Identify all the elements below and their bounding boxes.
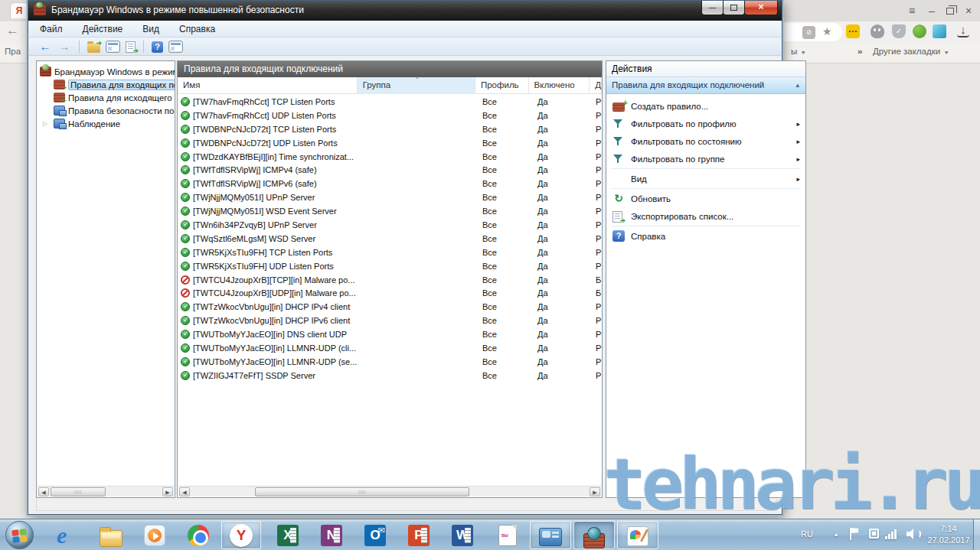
extension-ghostery-icon[interactable]: [871, 24, 884, 38]
scroll-right-icon[interactable]: ▶: [162, 487, 173, 496]
network-signal-icon[interactable]: [885, 529, 899, 539]
action-item-3[interactable]: Фильтровать по группе▸: [606, 150, 805, 168]
taskbar-explorer-button[interactable]: [91, 521, 131, 549]
minimize-button[interactable]: —: [701, 1, 724, 15]
bookmark-folder-partial[interactable]: ы▼: [791, 47, 806, 56]
taskbar-paint-button[interactable]: [617, 521, 658, 549]
console-tree-toggle-icon[interactable]: [106, 41, 120, 53]
rule-row[interactable]: [TWDBNPcNJcD72t] UDP Listen PortsВсеДаР: [178, 136, 602, 150]
bookmarks-overflow-icon[interactable]: »: [858, 47, 862, 56]
help-icon[interactable]: ?: [152, 41, 163, 53]
other-bookmarks-button[interactable]: Другие закладки▼: [873, 47, 949, 56]
rule-row[interactable]: [TWZIIGJ4T7eFfT] SSDP ServerВсеДаР: [178, 369, 602, 382]
rule-row[interactable]: [TWDzdKAYBfBEjI][in] Time synchronizat..…: [178, 150, 602, 164]
rule-row[interactable]: [TWTzWkocVbnUgu][in] DHCP IPv4 clientВсе…: [178, 300, 602, 314]
site-badge-icon[interactable]: ⊘: [802, 26, 815, 39]
tree-item-2[interactable]: Правила безопасности по: [37, 104, 175, 117]
actions-group-header[interactable]: Правила для входящих подключений ▴: [606, 77, 805, 94]
rule-row[interactable]: [TWUTboMyYJacEO][in] LLMNR-UDP (se...Все…: [178, 355, 602, 369]
rule-row[interactable]: [TWUTboMyYJacEO][in] LLMNR-UDP (cli...Вс…: [178, 341, 602, 355]
collapse-icon[interactable]: ▴: [795, 81, 799, 89]
forward-icon[interactable]: →: [57, 41, 71, 53]
title-bar[interactable]: Брандмауэр Windows в режиме повышенной б…: [28, 1, 782, 21]
bookmark-star-icon[interactable]: ★: [822, 25, 832, 37]
browser-restore-button[interactable]: [946, 8, 954, 15]
rule-row[interactable]: [TWR5KjXsTIu9FH] UDP Listen PortsВсеДаР: [178, 259, 602, 273]
menu-item-3[interactable]: Справка: [179, 24, 215, 34]
extension-adblock-icon[interactable]: [846, 24, 860, 38]
taskbar-ie-button[interactable]: e: [47, 521, 87, 549]
start-button[interactable]: [5, 521, 34, 549]
tree-root-firewall[interactable]: Брандмауэр Windows в режим: [37, 65, 175, 78]
menu-item-2[interactable]: Вид: [142, 24, 159, 34]
scroll-left-icon[interactable]: ◀: [38, 487, 49, 496]
export-list-icon[interactable]: [126, 41, 136, 53]
column-header-enabled[interactable]: Включено: [529, 77, 590, 94]
expand-icon[interactable]: ▷: [43, 120, 51, 127]
browser-back-icon[interactable]: ←: [6, 23, 19, 38]
rule-row[interactable]: [TWjNjjMQMy051I] WSD Event ServerВсеДаР: [178, 204, 602, 218]
rule-row[interactable]: [TW7havFmqRhCct] TCP Listen PortsВсеДаР: [178, 95, 602, 109]
browser-close-button[interactable]: ×: [960, 5, 977, 17]
column-header-action[interactable]: Д: [590, 77, 602, 94]
back-icon[interactable]: ←: [38, 41, 52, 53]
tree-horizontal-scrollbar[interactable]: ◀ ▶: [38, 486, 174, 496]
action-item-2[interactable]: Фильтровать по состоянию▸: [606, 132, 805, 150]
clock[interactable]: 7:14 27.02.2017: [925, 523, 972, 546]
rule-row[interactable]: [TWTCU4JzoupXrB][TCP][in] Malware po...В…: [178, 273, 602, 287]
taskbar-onenote-button[interactable]: N: [312, 521, 351, 549]
column-header-group[interactable]: ˆ Группа: [358, 77, 475, 94]
menu-item-1[interactable]: Действие: [83, 24, 123, 34]
rule-row[interactable]: [TWjNjjMQMy051I] UPnP ServerВсеДаР: [178, 190, 602, 204]
rule-row[interactable]: [TWqSztl6eMLgsM] WSD ServerВсеДаР: [178, 232, 602, 246]
browser-tab-yandex[interactable]: Я: [10, 2, 28, 18]
rule-row[interactable]: [TWfTdflSRVipWj] ICMPv4 (safe)ВсеДаР: [178, 163, 602, 177]
action-item-1[interactable]: Фильтровать по профилю▸: [606, 115, 805, 132]
list-horizontal-scrollbar[interactable]: ◀ ▶: [178, 486, 601, 496]
action-item-5[interactable]: ↻Обновить: [606, 190, 805, 207]
extension-shield-icon[interactable]: ✓: [892, 24, 906, 38]
hidden-icons-button[interactable]: ▴: [835, 531, 838, 538]
language-indicator[interactable]: RU: [801, 529, 813, 539]
rule-row[interactable]: [TW7havFmqRhCct] UDP Listen PortsВсеДаР: [178, 109, 602, 122]
action-center-flag-icon[interactable]: [850, 528, 859, 540]
scrollbar-thumb[interactable]: [51, 487, 106, 496]
volume-icon[interactable]: [906, 529, 922, 539]
action-item-7[interactable]: ?Справка: [606, 227, 805, 245]
action-pane-toggle-icon[interactable]: [168, 41, 183, 53]
taskbar-display-settings-button[interactable]: [530, 521, 571, 549]
rule-row[interactable]: [TWTzWkocVbnUgu][in] DHCP IPv6 clientВсе…: [178, 314, 602, 327]
action-item-0[interactable]: Создать правило...: [606, 97, 805, 115]
browser-menu-icon[interactable]: ≡: [903, 5, 920, 17]
taskbar-chrome-button[interactable]: [178, 521, 218, 549]
taskbar-media-player-button[interactable]: [135, 521, 175, 549]
rule-row[interactable]: [TWfTdflSRVipWj] ICMPv6 (safe)ВсеДаР: [178, 177, 602, 190]
tree-item-0[interactable]: Правила для входящих под: [37, 78, 175, 91]
downloads-icon[interactable]: ↓: [957, 23, 969, 37]
taskbar-document-button[interactable]: [488, 521, 528, 549]
taskbar-powerpoint-button[interactable]: P: [399, 521, 439, 549]
rule-row[interactable]: [TWTCU4JzoupXrB][UDP][in] Malware po...В…: [178, 286, 602, 300]
scroll-left-icon[interactable]: ◀: [179, 487, 190, 496]
menu-item-0[interactable]: Файл: [40, 24, 63, 34]
rule-row[interactable]: [TWDBNPcNJcD72t] TCP Listen PortsВсеДаР: [178, 122, 602, 136]
taskbar-excel-button[interactable]: X: [268, 521, 308, 549]
extension-cube-icon[interactable]: [933, 24, 946, 38]
browser-minimize-button[interactable]: –: [923, 5, 940, 17]
tree-item-1[interactable]: Правила для исходящего п: [37, 91, 175, 104]
address-bar-end[interactable]: ⊘ ★: [782, 23, 842, 41]
close-button[interactable]: ×: [744, 1, 778, 15]
rule-row[interactable]: [TWUTboMyYJacEO][in] DNS client UDPВсеДа…: [178, 327, 602, 341]
up-level-icon[interactable]: [87, 44, 100, 53]
power-plug-icon[interactable]: [869, 529, 879, 539]
taskbar-firewall-button[interactable]: [573, 521, 615, 549]
show-desktop-button[interactable]: [973, 519, 980, 550]
action-item-6[interactable]: Экспортировать список...: [606, 207, 805, 225]
extension-green-icon[interactable]: [913, 24, 926, 38]
action-item-4[interactable]: Вид▸: [606, 170, 805, 187]
bookmark-item-partial[interactable]: Пра: [5, 47, 21, 56]
maximize-button[interactable]: [723, 1, 745, 15]
rule-row[interactable]: [TWn6ih34PZvqyB] UPnP ServerВсеДаР: [178, 218, 602, 232]
taskbar-word-button[interactable]: W: [443, 521, 482, 549]
column-header-name[interactable]: Имя: [178, 77, 358, 94]
